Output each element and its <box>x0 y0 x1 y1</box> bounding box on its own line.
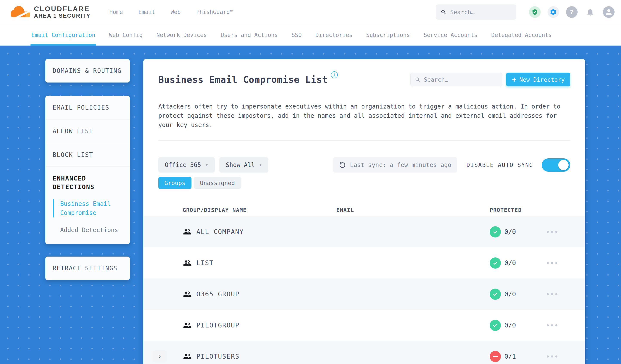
pill-unassigned[interactable]: Unassigned <box>194 177 241 189</box>
table-header: GROUP/DISPLAY NAME EMAIL PROTECTED <box>143 204 585 216</box>
sidebar-item-email-policies[interactable]: EMAIL POLICIES <box>45 96 130 120</box>
table-row[interactable]: › PILOTUSERS 0/1 <box>143 341 585 364</box>
table-row[interactable]: PILOTGROUP 0/0 <box>143 310 585 341</box>
plus-icon: + <box>512 75 516 84</box>
group-name: PILOTGROUP <box>196 321 240 329</box>
top-nav-web[interactable]: Web <box>171 9 181 15</box>
tab-email-configuration[interactable]: Email Configuration <box>31 24 95 46</box>
global-search-input[interactable] <box>450 9 511 16</box>
top-nav-phishguard[interactable]: PhishGuard™ <box>196 9 233 15</box>
directory-select-value: Office 365 <box>165 161 201 169</box>
sidebar: DOMAINS & ROUTING EMAIL POLICIES ALLOW L… <box>45 59 130 280</box>
last-sync-button[interactable]: Last sync: a few minutes ago <box>333 157 457 173</box>
groups-table: GROUP/DISPLAY NAME EMAIL PROTECTED ALL C… <box>143 204 585 364</box>
row-more-icon[interactable] <box>547 324 585 326</box>
page-body: DOMAINS & ROUTING EMAIL POLICIES ALLOW L… <box>0 46 621 364</box>
tab-directories[interactable]: Directories <box>315 24 352 46</box>
search-icon <box>441 9 446 15</box>
table-row[interactable]: O365_GROUP 0/0 <box>143 278 585 310</box>
shield-check-icon[interactable] <box>529 6 541 18</box>
col-group-display-name: GROUP/DISPLAY NAME <box>183 207 336 213</box>
sidebar-item-block-list[interactable]: BLOCK LIST <box>45 143 130 167</box>
show-filter-value: Show All <box>226 161 255 169</box>
protected-check-icon <box>490 226 501 237</box>
top-nav-home[interactable]: Home <box>109 9 123 15</box>
sidebar-item-retract-settings[interactable]: RETRACT SETTINGS <box>45 257 130 280</box>
col-protected: PROTECTED <box>490 207 545 213</box>
account-avatar-icon[interactable] <box>603 6 615 18</box>
group-icon <box>183 259 192 268</box>
top-bar: CLOUDFLARE AREA 1 SECURITY Home Email We… <box>0 0 621 24</box>
group-name: PILOTUSERS <box>196 353 240 360</box>
row-more-icon[interactable] <box>547 355 585 358</box>
section-tabs: Email Configuration Web Config Network D… <box>0 24 621 46</box>
row-more-icon[interactable] <box>547 262 585 264</box>
tab-subscriptions[interactable]: Subscriptions <box>366 24 410 46</box>
tab-users-and-actions[interactable]: Users and Actions <box>221 24 278 46</box>
sidebar-card-retract: RETRACT SETTINGS <box>45 257 130 280</box>
tab-delegated-accounts[interactable]: Delegated Accounts <box>491 24 552 46</box>
row-more-icon[interactable] <box>547 231 585 233</box>
group-name: ALL COMPANY <box>196 228 244 236</box>
sidebar-item-business-email-compromise[interactable]: Business Email Compromise <box>53 199 117 217</box>
sidebar-item-added-detections[interactable]: Added Detections <box>53 225 122 235</box>
page-title: Business Email Compromise List <box>158 74 328 85</box>
show-filter-select[interactable]: Show All ▾ <box>219 157 268 173</box>
last-sync-text: Last sync: a few minutes ago <box>350 161 451 169</box>
bell-icon[interactable] <box>585 6 596 18</box>
group-icon <box>183 321 192 330</box>
protected-check-icon <box>490 258 501 269</box>
protected-check-icon <box>490 289 501 300</box>
list-search-box[interactable] <box>410 73 502 87</box>
global-search-box[interactable] <box>436 4 516 19</box>
page-description: Attackers often try to impersonate execu… <box>158 102 569 130</box>
chevron-down-icon: ▾ <box>259 162 262 168</box>
new-directory-label: New Directory <box>519 76 565 83</box>
sidebar-item-allow-list[interactable]: ALLOW LIST <box>45 120 130 143</box>
group-icon <box>183 290 192 299</box>
cloudflare-cloud-icon <box>9 5 31 19</box>
protected-count: 0/0 <box>504 321 516 329</box>
tab-network-devices[interactable]: Network Devices <box>156 24 207 46</box>
toggle-knob <box>558 160 569 170</box>
group-name: O365_GROUP <box>196 290 240 298</box>
list-search-input[interactable] <box>424 76 498 83</box>
protected-count: 0/1 <box>504 353 516 360</box>
tab-web-config[interactable]: Web Config <box>109 24 143 46</box>
sidebar-item-domains-routing[interactable]: DOMAINS & ROUTING <box>45 59 130 83</box>
group-icon <box>183 352 192 361</box>
info-icon[interactable]: i <box>331 71 338 78</box>
tab-sso[interactable]: SSO <box>292 24 302 46</box>
new-directory-button[interactable]: + New Directory <box>506 73 570 87</box>
tab-service-accounts[interactable]: Service Accounts <box>424 24 478 46</box>
protected-count: 0/0 <box>504 259 516 267</box>
top-nav: Home Email Web PhishGuard™ <box>109 9 233 15</box>
protected-count: 0/0 <box>504 228 516 236</box>
refresh-icon <box>339 161 346 169</box>
row-expand-chevron[interactable]: › <box>153 350 167 363</box>
group-icon <box>183 227 192 236</box>
sidebar-card-domains: DOMAINS & ROUTING <box>45 59 130 83</box>
top-nav-email[interactable]: Email <box>138 9 155 15</box>
col-email: EMAIL <box>336 207 490 213</box>
main-panel: Business Email Compromise List i + New D… <box>143 59 585 364</box>
brand-subname: AREA 1 SECURITY <box>34 13 90 19</box>
help-icon[interactable]: ? <box>566 6 578 18</box>
group-name: LIST <box>196 259 214 267</box>
sidebar-group-enhanced-detections: ENHANCED DETECTIONS Business Email Compr… <box>45 167 130 244</box>
table-row[interactable]: ALL COMPANY 0/0 <box>143 216 585 247</box>
table-row[interactable]: LIST 0/0 <box>143 247 585 278</box>
divider <box>158 140 570 140</box>
auto-sync-toggle[interactable] <box>542 158 570 172</box>
cloudflare-logo: CLOUDFLARE AREA 1 SECURITY <box>9 5 90 19</box>
pill-groups[interactable]: Groups <box>158 177 191 189</box>
directory-select[interactable]: Office 365 ▾ <box>158 157 215 173</box>
row-more-icon[interactable] <box>547 293 585 295</box>
protected-count: 0/0 <box>504 290 516 298</box>
brand-name: CLOUDFLARE <box>34 5 90 13</box>
sidebar-item-enhanced-detections[interactable]: ENHANCED DETECTIONS <box>53 174 122 191</box>
sidebar-card-policies: EMAIL POLICIES ALLOW LIST BLOCK LIST ENH… <box>45 96 130 244</box>
search-icon <box>415 76 420 83</box>
gear-icon[interactable] <box>548 6 559 18</box>
unprotected-minus-icon <box>490 351 501 362</box>
